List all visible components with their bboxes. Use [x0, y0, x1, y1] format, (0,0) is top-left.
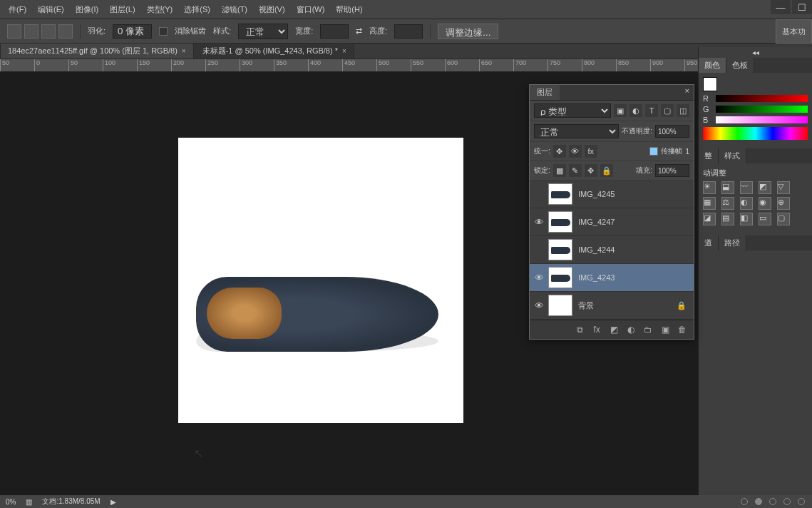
fill-input[interactable]	[655, 164, 689, 177]
document-tab-1[interactable]: 184ec27aee11425ff.gif @ 100% (图层 1, RGB/…	[0, 43, 194, 59]
mixer-icon[interactable]: ⊕	[777, 197, 790, 210]
layer-thumbnail[interactable]	[548, 267, 572, 288]
adjustment-layer-icon[interactable]: ◐	[625, 324, 637, 335]
bw-icon[interactable]: ◐	[740, 197, 753, 210]
lock-image-icon[interactable]: ✎	[569, 164, 582, 177]
swap-icon[interactable]: ⇄	[356, 26, 362, 36]
hue-icon[interactable]: ▦	[703, 197, 716, 210]
filter-type-icon[interactable]: T	[645, 104, 658, 117]
menu-layer[interactable]: 图层(L)	[104, 4, 140, 15]
balance-icon[interactable]: ⚖	[721, 197, 734, 210]
layers-tab[interactable]: 图层	[530, 85, 560, 100]
style-select[interactable]: 正常	[238, 24, 288, 39]
close-icon[interactable]: ×	[182, 47, 186, 55]
g-slider[interactable]	[716, 106, 808, 113]
r-slider[interactable]	[716, 95, 808, 102]
layer-thumbnail[interactable]	[548, 239, 572, 260]
visibility-toggle[interactable]: 👁	[530, 217, 548, 228]
layer-item[interactable]: IMG_4245	[530, 181, 694, 208]
foreground-swatch[interactable]	[703, 77, 717, 91]
selection-intersect-icon[interactable]	[58, 24, 73, 39]
scroll-arrow-icon[interactable]: ▶	[111, 498, 116, 506]
group-icon[interactable]: 🗀	[642, 324, 654, 335]
brightness-icon[interactable]: ☀	[703, 181, 716, 194]
layer-item[interactable]: 👁IMG_4247	[530, 208, 694, 236]
filter-smart-icon[interactable]: ◫	[677, 104, 689, 117]
maximize-button[interactable]: ☐	[792, 0, 812, 14]
menu-help[interactable]: 帮助(H)	[330, 4, 368, 15]
exposure-icon[interactable]: ◩	[759, 181, 771, 194]
antialias-checkbox[interactable]	[159, 27, 168, 36]
layer-thumbnail[interactable]	[548, 183, 572, 205]
collapse-icon[interactable]: ◂◂	[699, 47, 812, 58]
unify-position-icon[interactable]: ✥	[553, 145, 566, 158]
menu-window[interactable]: 窗口(W)	[291, 4, 331, 15]
menu-filter[interactable]: 滤镜(T)	[216, 4, 253, 15]
levels-icon[interactable]: ⬓	[721, 181, 734, 194]
selection-add-icon[interactable]	[24, 24, 38, 39]
menu-image[interactable]: 图像(I)	[70, 4, 104, 15]
layer-item[interactable]: 👁背景🔒	[530, 292, 694, 320]
opacity-label: 不透明度:	[622, 126, 652, 136]
blend-mode-select[interactable]: 正常	[534, 124, 619, 138]
fill-label: 填充:	[636, 166, 652, 176]
feather-input[interactable]	[113, 24, 152, 39]
selection-subtract-icon[interactable]	[41, 24, 56, 39]
refine-edge-button[interactable]: 调整边缘...	[438, 24, 498, 39]
paths-tab[interactable]: 路径	[719, 235, 746, 250]
layer-thumbnail[interactable]	[548, 211, 572, 233]
delete-layer-icon[interactable]: 🗑	[677, 324, 688, 335]
visibility-toggle[interactable]: 👁	[530, 273, 548, 283]
lock-transparency-icon[interactable]: ▩	[553, 164, 566, 177]
vibrance-icon[interactable]: ▽	[777, 181, 790, 194]
unify-style-icon[interactable]: fx	[585, 145, 597, 158]
posterize-icon[interactable]: ▤	[721, 213, 734, 225]
zoom-level[interactable]: 0%	[6, 498, 16, 506]
filter-adjust-icon[interactable]: ◐	[629, 104, 642, 117]
basic-functions-button[interactable]: 基本功	[776, 19, 812, 44]
channels-tab[interactable]: 道	[699, 235, 719, 250]
menu-edit[interactable]: 编辑(E)	[32, 4, 70, 15]
selective-icon[interactable]: ▢	[777, 213, 790, 225]
selection-new-icon[interactable]	[7, 24, 21, 39]
unify-visibility-icon[interactable]: 👁	[569, 145, 582, 158]
b-slider[interactable]	[716, 116, 808, 123]
curves-icon[interactable]: 〰	[740, 181, 753, 194]
minimize-button[interactable]: —	[771, 0, 791, 14]
gradient-map-icon[interactable]: ▭	[759, 213, 771, 225]
document-tab-2[interactable]: 未标题-1 @ 50% (IMG_4243, RGB/8) * ×	[195, 43, 354, 59]
layer-mask-icon[interactable]: ◩	[608, 324, 620, 335]
spectrum-slider[interactable]	[703, 127, 808, 140]
filter-shape-icon[interactable]: ▢	[661, 104, 674, 117]
width-input[interactable]	[320, 24, 349, 39]
invert-icon[interactable]: ◪	[703, 213, 716, 225]
layer-thumbnail[interactable]	[548, 295, 572, 316]
threshold-icon[interactable]: ◧	[740, 213, 753, 225]
layer-item[interactable]: 👁IMG_4243	[530, 264, 694, 292]
panel-close-icon[interactable]: ×	[681, 85, 694, 100]
visibility-toggle[interactable]: 👁	[530, 300, 548, 311]
swatches-tab[interactable]: 色板	[726, 58, 754, 73]
close-icon[interactable]: ×	[342, 47, 346, 55]
new-layer-icon[interactable]: ▣	[659, 324, 671, 335]
menu-view[interactable]: 视图(V)	[253, 4, 291, 15]
height-input[interactable]	[394, 24, 423, 39]
lock-all-icon[interactable]: 🔒	[600, 164, 613, 177]
layer-item[interactable]: IMG_4244	[530, 236, 694, 264]
adjust-tab-extra[interactable]: 整	[699, 148, 719, 163]
document-canvas[interactable]	[178, 138, 463, 423]
menu-file[interactable]: 件(F)	[3, 4, 32, 15]
propagate-checkbox[interactable]	[649, 147, 658, 156]
layer-style-icon[interactable]: fx	[591, 324, 602, 335]
status-icon[interactable]: ▥	[26, 498, 32, 506]
filter-image-icon[interactable]: ▣	[614, 104, 627, 117]
link-layers-icon[interactable]: ⧉	[574, 324, 585, 335]
layer-filter-select[interactable]: ρ 类型	[534, 103, 611, 118]
photo-filter-icon[interactable]: ◉	[759, 197, 771, 210]
menu-select[interactable]: 选择(S)	[178, 4, 216, 15]
color-tab[interactable]: 颜色	[699, 58, 726, 73]
styles-tab[interactable]: 样式	[719, 148, 746, 163]
lock-position-icon[interactable]: ✥	[585, 164, 597, 177]
menu-type[interactable]: 类型(Y)	[141, 4, 179, 15]
opacity-input[interactable]	[655, 125, 689, 138]
